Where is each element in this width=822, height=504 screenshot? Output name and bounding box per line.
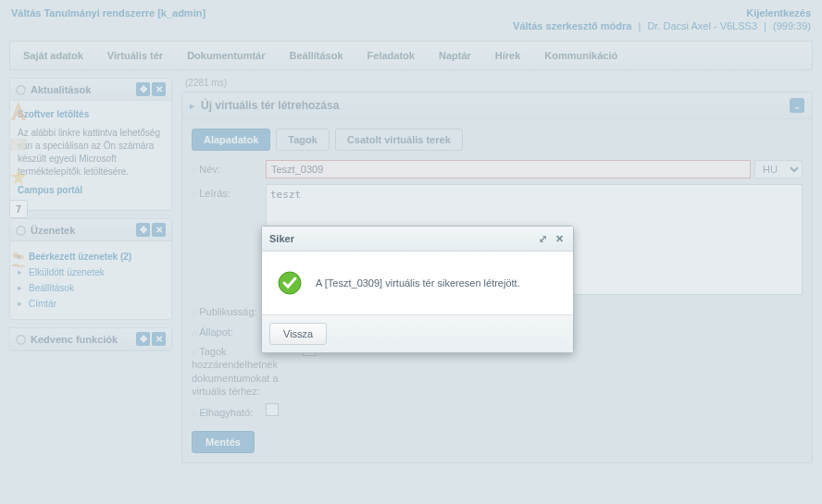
dialog-title: Siker [269,233,532,244]
back-button[interactable]: Vissza [269,323,327,345]
dialog-message: A [Teszt_0309] virtuális tér sikeresen l… [316,277,520,289]
expand-icon[interactable]: ⤢ [536,232,549,245]
close-icon[interactable]: ✕ [553,232,566,245]
success-check-icon [277,270,303,296]
success-dialog: Siker ⤢ ✕ A [Teszt_0309] virtuális tér s… [261,226,574,353]
